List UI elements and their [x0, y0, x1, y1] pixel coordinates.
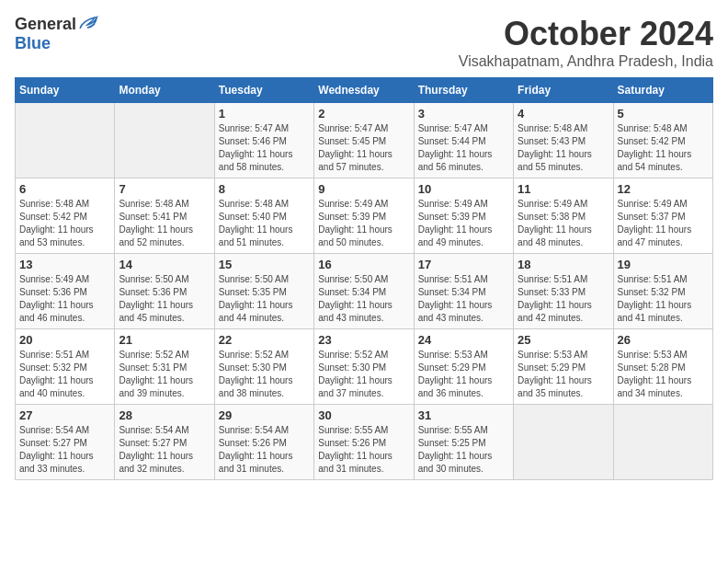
day-number: 18	[518, 258, 609, 271]
calendar-cell: 4Sunrise: 5:48 AMSunset: 5:43 PMDaylight…	[514, 103, 613, 178]
day-info: Sunrise: 5:49 AMSunset: 5:36 PMDaylight:…	[19, 273, 110, 325]
calendar-cell	[16, 103, 115, 178]
day-info: Sunrise: 5:48 AMSunset: 5:41 PMDaylight:…	[119, 198, 210, 249]
day-number: 8	[219, 182, 310, 196]
day-number: 13	[19, 258, 110, 271]
day-number: 23	[318, 333, 409, 347]
location-text: Visakhapatnam, Andhra Pradesh, India	[459, 53, 713, 70]
day-info: Sunrise: 5:51 AMSunset: 5:33 PMDaylight:…	[518, 273, 609, 325]
calendar-cell: 18Sunrise: 5:51 AMSunset: 5:33 PMDayligh…	[514, 254, 613, 329]
calendar-cell: 28Sunrise: 5:54 AMSunset: 5:27 PMDayligh…	[115, 405, 214, 480]
calendar-week-row: 20Sunrise: 5:51 AMSunset: 5:32 PMDayligh…	[16, 329, 713, 405]
calendar-cell: 25Sunrise: 5:53 AMSunset: 5:29 PMDayligh…	[514, 329, 613, 405]
day-info: Sunrise: 5:52 AMSunset: 5:31 PMDaylight:…	[119, 349, 210, 400]
calendar-cell: 19Sunrise: 5:51 AMSunset: 5:32 PMDayligh…	[613, 254, 712, 329]
day-info: Sunrise: 5:55 AMSunset: 5:25 PMDaylight:…	[418, 424, 509, 476]
day-info: Sunrise: 5:49 AMSunset: 5:39 PMDaylight:…	[318, 198, 409, 249]
title-section: October 2024 Visakhapatnam, Andhra Prade…	[459, 15, 713, 70]
day-number: 29	[219, 408, 310, 422]
day-info: Sunrise: 5:48 AMSunset: 5:42 PMDaylight:…	[19, 198, 110, 249]
day-number: 31	[418, 408, 509, 422]
column-header-friday: Friday	[514, 78, 613, 103]
day-info: Sunrise: 5:47 AMSunset: 5:46 PMDaylight:…	[219, 122, 310, 174]
day-number: 11	[518, 182, 609, 196]
day-info: Sunrise: 5:55 AMSunset: 5:26 PMDaylight:…	[318, 424, 409, 476]
day-info: Sunrise: 5:51 AMSunset: 5:32 PMDaylight:…	[618, 273, 709, 325]
calendar-cell: 5Sunrise: 5:48 AMSunset: 5:42 PMDaylight…	[613, 103, 712, 178]
day-info: Sunrise: 5:48 AMSunset: 5:40 PMDaylight:…	[219, 198, 310, 249]
day-number: 5	[618, 107, 709, 121]
calendar-week-row: 27Sunrise: 5:54 AMSunset: 5:27 PMDayligh…	[16, 405, 713, 480]
calendar-cell: 10Sunrise: 5:49 AMSunset: 5:39 PMDayligh…	[414, 178, 513, 254]
day-number: 17	[418, 258, 509, 271]
calendar-cell: 30Sunrise: 5:55 AMSunset: 5:26 PMDayligh…	[314, 405, 414, 480]
day-info: Sunrise: 5:52 AMSunset: 5:30 PMDaylight:…	[219, 349, 310, 400]
logo-blue-text: Blue	[15, 34, 51, 53]
day-number: 1	[219, 107, 310, 121]
calendar-cell: 27Sunrise: 5:54 AMSunset: 5:27 PMDayligh…	[16, 405, 115, 480]
calendar-cell: 16Sunrise: 5:50 AMSunset: 5:34 PMDayligh…	[314, 254, 414, 329]
day-number: 3	[418, 107, 509, 121]
day-number: 7	[119, 182, 210, 196]
calendar-cell: 31Sunrise: 5:55 AMSunset: 5:25 PMDayligh…	[414, 405, 513, 480]
calendar-header-row: SundayMondayTuesdayWednesdayThursdayFrid…	[16, 78, 713, 103]
day-number: 25	[518, 333, 609, 347]
day-info: Sunrise: 5:50 AMSunset: 5:34 PMDaylight:…	[318, 273, 409, 325]
calendar-cell: 6Sunrise: 5:48 AMSunset: 5:42 PMDaylight…	[16, 178, 115, 254]
day-number: 19	[618, 258, 709, 271]
column-header-wednesday: Wednesday	[314, 78, 414, 103]
day-number: 9	[318, 182, 409, 196]
day-number: 2	[318, 107, 409, 121]
calendar-week-row: 6Sunrise: 5:48 AMSunset: 5:42 PMDaylight…	[16, 178, 713, 254]
calendar-cell: 15Sunrise: 5:50 AMSunset: 5:35 PMDayligh…	[214, 254, 313, 329]
column-header-sunday: Sunday	[16, 78, 115, 103]
column-header-tuesday: Tuesday	[214, 78, 313, 103]
calendar-cell: 24Sunrise: 5:53 AMSunset: 5:29 PMDayligh…	[414, 329, 513, 405]
day-number: 4	[518, 107, 609, 121]
calendar-cell: 1Sunrise: 5:47 AMSunset: 5:46 PMDaylight…	[214, 103, 313, 178]
calendar-cell	[613, 405, 712, 480]
day-info: Sunrise: 5:48 AMSunset: 5:42 PMDaylight:…	[618, 122, 709, 174]
day-number: 21	[119, 333, 210, 347]
day-info: Sunrise: 5:54 AMSunset: 5:27 PMDaylight:…	[119, 424, 210, 476]
calendar-week-row: 1Sunrise: 5:47 AMSunset: 5:46 PMDaylight…	[16, 103, 713, 178]
month-title: October 2024	[459, 15, 713, 53]
calendar-cell	[514, 405, 613, 480]
day-number: 6	[19, 182, 110, 196]
day-info: Sunrise: 5:47 AMSunset: 5:45 PMDaylight:…	[318, 122, 409, 174]
day-info: Sunrise: 5:50 AMSunset: 5:35 PMDaylight:…	[219, 273, 310, 325]
day-info: Sunrise: 5:51 AMSunset: 5:34 PMDaylight:…	[418, 273, 509, 325]
calendar-cell: 9Sunrise: 5:49 AMSunset: 5:39 PMDaylight…	[314, 178, 414, 254]
day-number: 15	[219, 258, 310, 271]
day-number: 30	[318, 408, 409, 422]
calendar-cell: 26Sunrise: 5:53 AMSunset: 5:28 PMDayligh…	[613, 329, 712, 405]
calendar-cell: 2Sunrise: 5:47 AMSunset: 5:45 PMDaylight…	[314, 103, 414, 178]
day-number: 14	[119, 258, 210, 271]
day-number: 22	[219, 333, 310, 347]
calendar-cell: 8Sunrise: 5:48 AMSunset: 5:40 PMDaylight…	[214, 178, 313, 254]
day-number: 24	[418, 333, 509, 347]
calendar-cell: 21Sunrise: 5:52 AMSunset: 5:31 PMDayligh…	[115, 329, 214, 405]
day-number: 27	[19, 408, 110, 422]
column-header-thursday: Thursday	[414, 78, 513, 103]
logo-bird-icon	[78, 16, 98, 32]
day-number: 26	[618, 333, 709, 347]
column-header-saturday: Saturday	[613, 78, 712, 103]
calendar-cell: 13Sunrise: 5:49 AMSunset: 5:36 PMDayligh…	[16, 254, 115, 329]
day-info: Sunrise: 5:48 AMSunset: 5:43 PMDaylight:…	[518, 122, 609, 174]
calendar-cell: 12Sunrise: 5:49 AMSunset: 5:37 PMDayligh…	[613, 178, 712, 254]
calendar-cell: 22Sunrise: 5:52 AMSunset: 5:30 PMDayligh…	[214, 329, 313, 405]
day-info: Sunrise: 5:53 AMSunset: 5:29 PMDaylight:…	[418, 349, 509, 400]
calendar-cell: 11Sunrise: 5:49 AMSunset: 5:38 PMDayligh…	[514, 178, 613, 254]
day-info: Sunrise: 5:51 AMSunset: 5:32 PMDaylight:…	[19, 349, 110, 400]
calendar-cell: 17Sunrise: 5:51 AMSunset: 5:34 PMDayligh…	[414, 254, 513, 329]
day-number: 12	[618, 182, 709, 196]
calendar-cell: 3Sunrise: 5:47 AMSunset: 5:44 PMDaylight…	[414, 103, 513, 178]
day-info: Sunrise: 5:53 AMSunset: 5:29 PMDaylight:…	[518, 349, 609, 400]
calendar-cell: 7Sunrise: 5:48 AMSunset: 5:41 PMDaylight…	[115, 178, 214, 254]
day-info: Sunrise: 5:54 AMSunset: 5:26 PMDaylight:…	[219, 424, 310, 476]
day-number: 20	[19, 333, 110, 347]
day-number: 10	[418, 182, 509, 196]
calendar-cell: 23Sunrise: 5:52 AMSunset: 5:30 PMDayligh…	[314, 329, 414, 405]
logo-general-text: General	[15, 15, 76, 34]
